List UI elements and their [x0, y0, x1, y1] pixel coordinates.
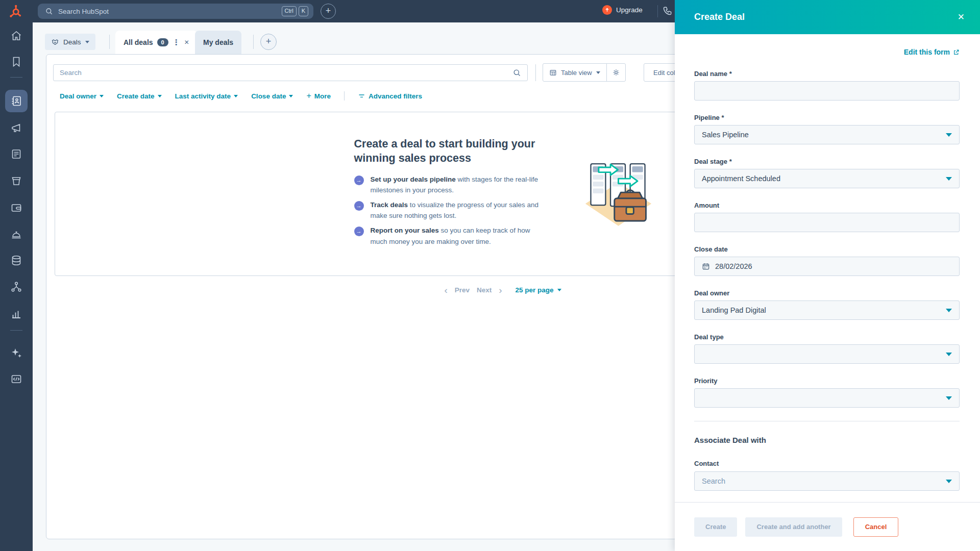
- pipeline-briefcase-illustration: [584, 156, 653, 232]
- hubspot-logo-icon[interactable]: [8, 5, 21, 18]
- edit-form-label: Edit this form: [904, 48, 950, 56]
- sidebar-divider: [10, 77, 22, 78]
- tab-all-deals[interactable]: All deals 0 ⋮ ✕: [115, 31, 198, 54]
- create-and-add-another-button[interactable]: Create and add another: [745, 517, 842, 537]
- chevron-down-icon: [596, 71, 600, 74]
- pipeline-select[interactable]: Sales Pipeline: [694, 125, 960, 144]
- filter-close-date[interactable]: Close date: [251, 92, 293, 100]
- table-search-box[interactable]: [53, 64, 528, 81]
- panel-footer: Create Create and add another Cancel: [675, 502, 980, 551]
- cancel-button[interactable]: Cancel: [853, 517, 899, 537]
- chevron-right-icon[interactable]: ›: [499, 285, 502, 295]
- tab-all-deals-label: All deals: [124, 38, 153, 46]
- close-icon[interactable]: ✕: [958, 12, 965, 22]
- priority-select[interactable]: [694, 388, 960, 408]
- reporting-chart-icon[interactable]: [10, 308, 22, 320]
- divider: [344, 91, 345, 101]
- calendar-icon: [702, 262, 710, 270]
- deal-owner-value: Landing Pad Digital: [702, 306, 946, 314]
- next-page-button[interactable]: Next: [477, 286, 492, 294]
- field-pipeline: Pipeline * Sales Pipeline: [694, 114, 960, 144]
- more-filters-button[interactable]: + More: [306, 91, 331, 101]
- calling-icon[interactable]: [663, 6, 673, 16]
- table-view-dropdown[interactable]: Table view: [543, 64, 606, 81]
- arrow-right-circle-icon: →: [354, 201, 364, 211]
- automation-workflows-icon[interactable]: [10, 281, 22, 293]
- chevron-down-icon: [946, 133, 952, 137]
- shortcut-k-badge: K: [299, 6, 308, 16]
- amount-label: Amount: [694, 202, 960, 209]
- filter-label: Close date: [251, 92, 286, 100]
- breeze-ai-sparkle-icon[interactable]: [10, 347, 22, 359]
- object-switcher-deals-button[interactable]: Deals: [45, 34, 95, 50]
- prev-page-button[interactable]: Prev: [455, 286, 470, 294]
- topbar-divider: [657, 5, 658, 17]
- field-close-date: Close date 28/02/2026: [694, 245, 960, 276]
- deal-name-label: Deal name *: [694, 70, 960, 78]
- external-link-icon: [953, 49, 960, 56]
- bullet-bold: Set up your deals pipeline: [371, 176, 456, 183]
- crm-contacts-icon[interactable]: [10, 95, 22, 107]
- chevron-left-icon[interactable]: ‹: [444, 285, 447, 295]
- close-date-picker[interactable]: 28/02/2026: [694, 257, 960, 276]
- service-bell-icon[interactable]: [10, 228, 22, 240]
- home-icon[interactable]: [10, 30, 22, 42]
- contact-search-select[interactable]: Search: [694, 471, 960, 491]
- panel-body: Edit this form Deal name * Pipeline * Sa…: [675, 34, 980, 502]
- filter-label: Deal owner: [60, 92, 96, 100]
- amount-input[interactable]: [702, 218, 952, 227]
- global-search-input[interactable]: [58, 8, 280, 15]
- chevron-down-icon: [946, 480, 952, 483]
- tab-options-dots-icon[interactable]: ⋮: [173, 38, 180, 47]
- create-button[interactable]: Create: [694, 517, 737, 537]
- contact-placeholder: Search: [702, 477, 946, 485]
- quick-filters-row: Deal owner Create date Last activity dat…: [60, 91, 422, 101]
- developer-code-icon[interactable]: [10, 373, 22, 385]
- view-settings-gear-button[interactable]: [607, 64, 625, 81]
- commerce-bag-icon[interactable]: [10, 174, 22, 187]
- chevron-down-icon: [100, 95, 104, 97]
- deals-handshake-icon: [51, 38, 59, 46]
- panel-title: Create Deal: [694, 12, 745, 22]
- chevron-down-icon: [946, 353, 952, 356]
- upgrade-button[interactable]: Upgrade: [602, 5, 643, 15]
- view-switcher-group: Table view: [543, 63, 626, 82]
- arrow-right-circle-icon: →: [354, 176, 364, 185]
- advanced-filters-button[interactable]: Advanced filters: [358, 92, 422, 100]
- quick-create-button[interactable]: +: [321, 4, 336, 19]
- data-database-icon[interactable]: [10, 255, 22, 267]
- tab-all-deals-count-badge: 0: [157, 38, 168, 46]
- deal-owner-select[interactable]: Landing Pad Digital: [694, 300, 960, 320]
- priority-label: Priority: [694, 377, 960, 385]
- field-priority: Priority: [694, 377, 960, 408]
- deal-owner-label: Deal owner: [694, 289, 960, 297]
- bookmarks-icon[interactable]: [10, 56, 22, 68]
- filter-label: Last activity date: [175, 92, 231, 100]
- deal-stage-label: Deal stage *: [694, 158, 960, 165]
- per-page-dropdown[interactable]: 25 per page: [516, 286, 561, 294]
- deal-stage-value: Appointment Scheduled: [702, 174, 946, 183]
- edit-this-form-link[interactable]: Edit this form: [904, 48, 960, 56]
- payments-wallet-icon[interactable]: [10, 202, 22, 214]
- content-file-icon[interactable]: [10, 148, 22, 160]
- contact-label: Contact: [694, 460, 719, 467]
- filter-last-activity-date[interactable]: Last activity date: [175, 92, 238, 100]
- tab-close-icon[interactable]: ✕: [184, 39, 189, 46]
- add-view-button[interactable]: +: [260, 34, 277, 50]
- table-view-label: Table view: [561, 69, 592, 77]
- deal-stage-select[interactable]: Appointment Scheduled: [694, 169, 960, 188]
- global-search[interactable]: Ctrl K: [38, 4, 313, 19]
- divider: [535, 64, 536, 81]
- divider: [253, 35, 254, 49]
- deal-name-input[interactable]: [702, 87, 952, 95]
- field-deal-owner: Deal owner Landing Pad Digital: [694, 289, 960, 320]
- filter-label: Create date: [117, 92, 155, 100]
- deal-type-select[interactable]: [694, 344, 960, 364]
- filter-create-date[interactable]: Create date: [117, 92, 162, 100]
- shortcut-ctrl-badge: Ctrl: [282, 6, 297, 16]
- filter-deal-owner[interactable]: Deal owner: [60, 92, 104, 100]
- chevron-down-icon: [946, 177, 952, 181]
- marketing-megaphone-icon[interactable]: [10, 122, 22, 134]
- tab-my-deals[interactable]: My deals: [195, 31, 241, 54]
- table-search-input[interactable]: [60, 69, 512, 77]
